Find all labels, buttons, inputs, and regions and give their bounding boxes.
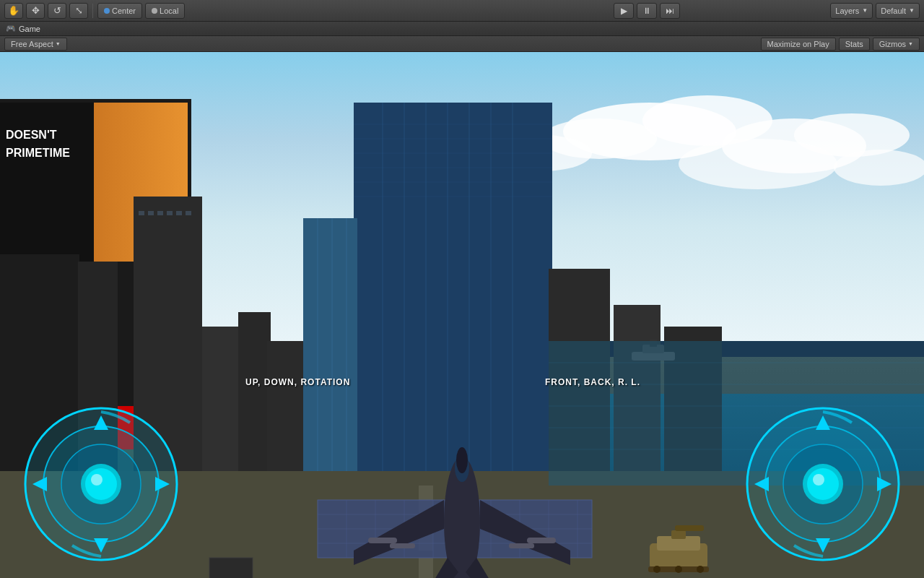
svg-point-111 [91, 474, 103, 486]
layers-label: Layers [835, 7, 859, 15]
svg-rect-30 [186, 211, 191, 215]
scale-tool-button[interactable]: ⤡ [69, 3, 88, 19]
right-joystick-label: FRONT, BACK, R. L. [545, 377, 640, 387]
svg-text:DOESN'T: DOESN'T [6, 129, 57, 141]
svg-point-110 [85, 468, 117, 500]
game-window-bar: 🎮 Game [0, 22, 924, 36]
gizmos-arrow-icon: ▼ [908, 41, 913, 46]
sub-toolbar: Free Aspect ▼ Maximize on Play Stats Giz… [0, 36, 924, 52]
svg-rect-84 [527, 538, 556, 543]
svg-rect-90 [675, 525, 704, 531]
pause-button[interactable]: ⏸ [637, 3, 657, 19]
sub-toolbar-right: Maximize on Play Stats Gizmos ▼ [761, 38, 920, 51]
toolbar-right-group: ▶ ⏸ ⏭ Layers ▼ Default ▼ [614, 3, 920, 19]
layers-dropdown[interactable]: Layers ▼ [830, 3, 873, 19]
svg-point-120 [807, 468, 839, 500]
default-label: Default [881, 7, 906, 15]
left-joystick-label: UP, DOWN, ROTATION [245, 377, 350, 387]
aspect-arrow-icon: ▼ [56, 41, 61, 46]
layers-arrow-icon: ▼ [862, 7, 868, 14]
transform-pivot-button[interactable]: Local [145, 3, 185, 19]
aspect-label: Free Aspect [11, 40, 53, 48]
default-arrow-icon: ▼ [909, 7, 915, 14]
svg-rect-32 [354, 103, 552, 522]
move-tool-button[interactable]: ✥ [26, 3, 45, 19]
step-button[interactable]: ⏭ [660, 3, 680, 19]
game-viewport[interactable]: CNN DOESN'T PRIMETIME ATION OM BLITZER [0, 52, 924, 578]
svg-point-121 [813, 474, 824, 486]
rotate-tool-button[interactable]: ↺ [48, 3, 66, 19]
center-indicator [104, 8, 110, 14]
svg-point-93 [675, 566, 682, 573]
svg-rect-27 [157, 211, 163, 215]
svg-rect-89 [671, 530, 686, 539]
hand-tool-button[interactable]: ✋ [4, 3, 23, 19]
left-joystick[interactable] [22, 405, 180, 564]
svg-text:PRIMETIME: PRIMETIME [6, 147, 70, 159]
default-dropdown[interactable]: Default ▼ [876, 3, 920, 19]
svg-point-6 [679, 139, 837, 189]
main-toolbar: ✋ ✥ ↺ ⤡ Center Local ▶ ⏸ ⏭ Layers ▼ Defa… [0, 0, 924, 22]
game-scene: CNN DOESN'T PRIMETIME ATION OM BLITZER [0, 52, 924, 578]
svg-rect-83 [368, 538, 397, 543]
svg-rect-25 [139, 211, 144, 215]
svg-point-80 [456, 447, 468, 473]
toolbar-separator-1 [92, 4, 93, 18]
svg-point-92 [653, 566, 661, 573]
svg-rect-28 [167, 211, 173, 215]
center-label: Center [112, 7, 136, 15]
svg-point-8 [834, 150, 924, 186]
gizmos-label: Gizmos [879, 40, 906, 48]
svg-rect-86 [509, 543, 534, 548]
aspect-dropdown[interactable]: Free Aspect ▼ [4, 38, 67, 51]
svg-rect-29 [176, 211, 182, 215]
game-window-title: Game [19, 25, 40, 33]
pivot-indicator [152, 8, 157, 14]
transform-center-button[interactable]: Center [97, 3, 142, 19]
svg-rect-104 [209, 558, 253, 578]
pivot-label: Local [160, 7, 178, 15]
game-icon: 🎮 [6, 24, 16, 33]
svg-rect-59 [419, 558, 433, 578]
play-button[interactable]: ▶ [614, 3, 634, 19]
stats-button[interactable]: Stats [839, 38, 870, 51]
svg-point-94 [697, 566, 704, 573]
svg-rect-26 [148, 211, 154, 215]
svg-rect-85 [390, 543, 415, 548]
maximize-on-play-button[interactable]: Maximize on Play [761, 38, 836, 51]
right-joystick[interactable] [744, 405, 902, 564]
gizmos-dropdown[interactable]: Gizmos ▼ [873, 38, 920, 51]
